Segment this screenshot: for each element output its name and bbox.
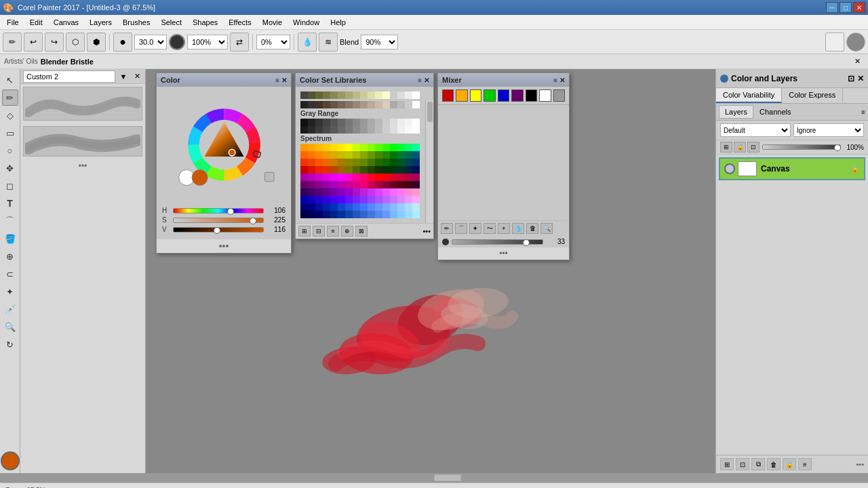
color-swatch[interactable] xyxy=(368,119,375,126)
tool-dropper[interactable]: 💉 xyxy=(2,301,18,317)
mixer-panel-header[interactable]: Mixer ≡ ✕ xyxy=(438,73,569,87)
color-swatch[interactable] xyxy=(390,119,397,126)
title-bar-controls[interactable]: ─ □ ✕ xyxy=(826,2,865,13)
color-swatch[interactable] xyxy=(330,196,338,203)
color-swatch[interactable] xyxy=(315,174,323,181)
color-swatch[interactable] xyxy=(360,181,368,188)
color-swatch[interactable] xyxy=(382,144,390,151)
layers-lock-btn[interactable]: 🔒 xyxy=(783,458,796,470)
color-swatch[interactable] xyxy=(338,126,345,134)
tool-warp[interactable]: ⊂ xyxy=(2,266,18,282)
color-swatch[interactable] xyxy=(338,159,345,166)
menu-select[interactable]: Select xyxy=(155,17,187,28)
color-swatch[interactable] xyxy=(382,151,390,159)
layers-delete-btn[interactable]: 🗑 xyxy=(767,458,781,470)
mixer-black[interactable] xyxy=(526,89,537,102)
opacity2-select[interactable]: 0% xyxy=(256,35,290,49)
color-swatch[interactable] xyxy=(375,144,382,151)
color-swatch[interactable] xyxy=(375,126,382,134)
color-swatch[interactable] xyxy=(390,166,397,174)
color-swatch[interactable] xyxy=(382,174,390,181)
color-swatch[interactable] xyxy=(308,166,315,174)
color-swatch[interactable] xyxy=(353,119,360,126)
color-swatch[interactable] xyxy=(397,126,405,134)
color-swatch[interactable] xyxy=(308,174,315,181)
color-swatch[interactable] xyxy=(390,159,397,166)
menu-layers[interactable]: Layers xyxy=(84,17,117,28)
color-swatch[interactable] xyxy=(338,174,345,181)
color-swatch[interactable] xyxy=(412,151,420,159)
layer-visibility-icon[interactable] xyxy=(724,163,735,174)
tool-eraser[interactable]: ◇ xyxy=(2,107,18,123)
footer-icon-2[interactable]: ⊟ xyxy=(313,226,325,237)
color-swatch[interactable] xyxy=(368,101,375,108)
color-swatch[interactable] xyxy=(345,174,353,181)
mixer-white[interactable] xyxy=(539,89,551,102)
footer-icon-1[interactable]: ⊞ xyxy=(298,226,311,237)
color-swatch[interactable] xyxy=(360,188,368,196)
color-swatch[interactable] xyxy=(405,166,412,174)
color-swatch[interactable] xyxy=(397,211,405,218)
mixer-tool-2[interactable]: ⌒ xyxy=(455,223,467,234)
layer-preserve-btn[interactable]: ⊞ xyxy=(720,142,732,152)
color-swatch[interactable] xyxy=(368,181,375,188)
color-swatch[interactable] xyxy=(360,196,368,203)
color-swatch[interactable] xyxy=(323,211,330,218)
tool-rotate[interactable]: ↻ xyxy=(2,336,18,352)
color-swatch[interactable] xyxy=(323,166,330,174)
color-swatch[interactable] xyxy=(375,119,382,126)
color-swatch[interactable] xyxy=(323,92,330,99)
color-swatch[interactable] xyxy=(323,196,330,203)
color-swatch[interactable] xyxy=(330,166,338,174)
color-swatch[interactable] xyxy=(345,126,353,134)
color-swatch[interactable] xyxy=(353,144,360,151)
color-swatch[interactable] xyxy=(315,126,323,134)
sat-slider[interactable] xyxy=(173,218,264,223)
color-swatch[interactable] xyxy=(382,188,390,196)
color-swatch[interactable] xyxy=(300,159,308,166)
color-swatch[interactable] xyxy=(338,203,345,211)
swap-btn[interactable]: ⇄ xyxy=(230,33,249,52)
color-swatch[interactable] xyxy=(353,203,360,211)
tool-fill[interactable]: 🪣 xyxy=(2,230,18,247)
mixer-red[interactable] xyxy=(442,89,454,102)
color-swatch[interactable] xyxy=(405,211,412,218)
color-swatch[interactable] xyxy=(360,144,368,151)
color-swatch[interactable] xyxy=(308,196,315,203)
color-swatch[interactable] xyxy=(300,174,308,181)
color-swatch[interactable] xyxy=(397,92,405,99)
color-swatch[interactable] xyxy=(323,181,330,188)
color-swatch[interactable] xyxy=(412,119,420,126)
brush-indicator-btn[interactable] xyxy=(846,33,865,52)
color-swatch[interactable] xyxy=(300,196,308,203)
mixer-gray[interactable] xyxy=(553,89,565,102)
tool-bezier[interactable]: ⌒ xyxy=(2,213,18,229)
color-swatch[interactable] xyxy=(345,101,353,108)
color-swatch[interactable] xyxy=(308,211,315,218)
color-swatch[interactable] xyxy=(397,196,405,203)
color-swatch[interactable] xyxy=(368,126,375,134)
close-button[interactable]: ✕ xyxy=(853,2,865,13)
color-swatch[interactable] xyxy=(412,126,420,134)
color-swatch[interactable] xyxy=(338,196,345,203)
color-swatch[interactable] xyxy=(345,181,353,188)
color-swatch[interactable] xyxy=(315,188,323,196)
layers-group-btn[interactable]: ⊡ xyxy=(736,458,749,470)
tool-lasso[interactable]: ○ xyxy=(2,142,18,159)
color-swatch[interactable] xyxy=(382,119,390,126)
color-swatch[interactable] xyxy=(390,92,397,99)
mixer-panel-close-icon[interactable]: ✕ xyxy=(559,77,565,84)
dropper-btn[interactable]: 💧 xyxy=(298,33,317,52)
color-swatch[interactable] xyxy=(338,181,345,188)
panel-dock-icon[interactable]: ⊡ xyxy=(848,74,854,83)
color-swatch[interactable] xyxy=(405,144,412,151)
tool-clone[interactable]: ⊕ xyxy=(2,248,18,264)
color-swatch[interactable] xyxy=(345,196,353,203)
color-wheel[interactable] xyxy=(172,92,277,197)
color-swatch[interactable] xyxy=(315,211,323,218)
color-swatch[interactable] xyxy=(360,166,368,174)
minimize-button[interactable]: ─ xyxy=(826,2,838,13)
mixer-tool-3[interactable]: ✦ xyxy=(469,223,481,234)
tool4-btn[interactable]: ⬢ xyxy=(87,33,106,52)
color-swatch[interactable] xyxy=(308,203,315,211)
